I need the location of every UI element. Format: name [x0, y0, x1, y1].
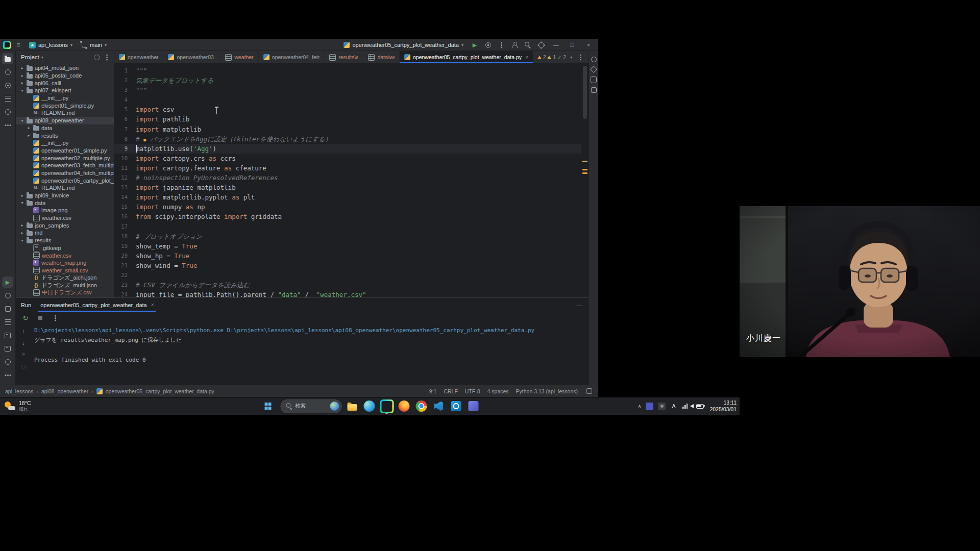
debug-button[interactable]: [483, 40, 493, 50]
editor-tab[interactable]: results\weather.csv: [325, 51, 363, 63]
chevron-down-icon[interactable]: ▾: [20, 201, 24, 205]
project-tree-item[interactable]: 中日ドラゴンズ.csv: [16, 289, 114, 297]
start-button[interactable]: [259, 399, 277, 413]
hidden-tabs-icon[interactable]: ▾: [570, 55, 572, 60]
editor-tab[interactable]: openweather02_multiple.py: [114, 51, 163, 63]
search-icon[interactable]: [2, 106, 13, 117]
weak-warning-stripe-mark[interactable]: [582, 161, 587, 162]
chevron-down-icon[interactable]: ▾: [20, 88, 24, 93]
clear-console-icon[interactable]: □: [19, 362, 28, 370]
project-tree-item[interactable]: ▸api04_metal_json: [16, 64, 114, 72]
tray-chevron-up-icon[interactable]: ∧: [638, 404, 642, 409]
python-console-icon[interactable]: [2, 330, 13, 341]
maximize-button[interactable]: □: [566, 40, 579, 50]
scroll-up-icon[interactable]: ↑: [19, 327, 28, 335]
terminal-icon[interactable]: [2, 343, 13, 354]
chevron-right-icon[interactable]: ▸: [20, 66, 24, 70]
notifications-icon[interactable]: [590, 55, 598, 63]
project-tree-item[interactable]: weather_small.csv: [16, 267, 114, 274]
firefox-icon[interactable]: [397, 399, 411, 413]
project-tree-item[interactable]: openweather03_fetch_multiple.py: [16, 162, 114, 169]
project-tree-item[interactable]: ▾data: [16, 199, 114, 207]
vscode-icon[interactable]: [432, 399, 446, 413]
project-tree-item[interactable]: M↓README.md: [16, 109, 114, 117]
chevron-down-icon[interactable]: ▾: [41, 55, 43, 60]
panel-options-icon[interactable]: [103, 53, 111, 61]
outlook-icon[interactable]: [449, 399, 463, 413]
teams-tray-icon[interactable]: [646, 403, 653, 410]
camera-tray-icon[interactable]: [658, 403, 666, 410]
scrollbar-thumb[interactable]: [583, 66, 587, 119]
pull-requests-icon[interactable]: [2, 80, 13, 91]
project-tree-item[interactable]: ▸data: [16, 124, 114, 132]
project-tree-item[interactable]: ▸md: [16, 229, 114, 237]
indent-style[interactable]: 4 spaces: [487, 388, 509, 394]
branch-widget[interactable]: main ▾: [79, 41, 110, 49]
chevron-right-icon[interactable]: ▸: [20, 73, 24, 78]
run-panel-title[interactable]: Run: [21, 302, 31, 308]
rerun-icon[interactable]: ↻: [21, 314, 30, 322]
pycharm-icon[interactable]: [380, 399, 394, 413]
scroll-down-icon[interactable]: ↓: [19, 339, 28, 347]
project-tree-item[interactable]: weather.csv: [16, 252, 114, 259]
minimize-button[interactable]: —: [549, 40, 562, 50]
soft-wrap-icon[interactable]: ≡: [19, 350, 28, 359]
chevron-right-icon[interactable]: ▸: [27, 133, 31, 138]
hide-panel-icon[interactable]: —: [575, 301, 583, 309]
project-tree-item[interactable]: ▸results: [16, 132, 114, 139]
project-tree-item[interactable]: ▸api09_invoice: [16, 192, 114, 199]
project-tree-item[interactable]: .gitkeep: [16, 244, 114, 252]
project-tree-item[interactable]: openweather01_simple.py: [16, 147, 114, 155]
project-tree-item[interactable]: openweather04_fetch_multiple_asyn: [16, 169, 114, 177]
editor-tab[interactable]: openweather05_cartpy_plot_weather_data.p…: [400, 51, 533, 63]
project-tree-item[interactable]: weather_map.png: [16, 259, 114, 267]
project-tree-item[interactable]: image.png: [16, 207, 114, 214]
line-separator[interactable]: CRLF: [444, 388, 457, 394]
editor-tab[interactable]: data\weather.csv: [363, 51, 400, 63]
project-tree-item[interactable]: __init__.py: [16, 94, 114, 102]
run-config-widget[interactable]: openweather05_cartpy_plot_weather_data ▾: [340, 41, 467, 49]
python-packages-icon[interactable]: [2, 316, 13, 328]
teams-icon[interactable]: [467, 399, 480, 413]
project-tree-item[interactable]: ekispert01_simple.py: [16, 102, 114, 109]
project-tree-item[interactable]: ▸api06_calil: [16, 79, 114, 87]
stop-icon[interactable]: [36, 314, 44, 322]
run-button[interactable]: ▶: [470, 40, 480, 50]
chevron-down-icon[interactable]: ▾: [20, 118, 24, 123]
project-tree-item[interactable]: weather.csv: [16, 214, 114, 222]
code-editor[interactable]: 123456789101112131415161718192021222324 …: [114, 64, 589, 297]
commit-icon[interactable]: [2, 66, 13, 78]
search-everywhere-icon[interactable]: [523, 40, 533, 50]
project-tree-item[interactable]: ▸api05_postal_code: [16, 72, 114, 80]
run-options-icon[interactable]: [51, 314, 59, 322]
weather-widget[interactable]: 18°C 晴れ: [4, 397, 31, 415]
project-widget[interactable]: A api_lessons ▾: [26, 41, 76, 49]
run-icon[interactable]: ▶: [2, 277, 13, 288]
code-with-me-icon[interactable]: [509, 40, 520, 50]
editor-tab[interactable]: openweather03_fetch_multiple.py: [163, 51, 220, 63]
warning-stripe-mark[interactable]: [582, 169, 587, 170]
python-interpreter[interactable]: Python 3.13 (api_lessons): [516, 388, 578, 394]
console-output[interactable]: D:\projects\lessons\api_lessons\.venv\Sc…: [31, 324, 589, 385]
chevron-down-icon[interactable]: ▾: [20, 238, 24, 243]
chevron-right-icon[interactable]: ▸: [27, 126, 31, 130]
project-tree-item[interactable]: openweather05_cartpy_plot_weathe: [16, 177, 114, 184]
chrome-icon[interactable]: [414, 399, 428, 413]
settings-icon[interactable]: [536, 40, 546, 50]
ai-assistant-icon[interactable]: [590, 65, 598, 73]
project-tree-item[interactable]: ▾api07_ekispert: [16, 87, 114, 94]
project-tree-item[interactable]: ▸json_samples: [16, 221, 114, 229]
project-tree-item[interactable]: openweather02_multiple.py: [16, 154, 114, 162]
run-tab[interactable]: openweather05_cartpy_plot_weather_data ×: [38, 298, 156, 312]
warning-stripe-mark[interactable]: [582, 172, 587, 174]
project-tree-item[interactable]: ▾results: [16, 237, 114, 244]
chevron-right-icon[interactable]: ▸: [20, 193, 24, 198]
breadcrumb-item[interactable]: api_lessons: [5, 388, 33, 394]
edge-icon[interactable]: [362, 399, 376, 413]
version-control-icon[interactable]: [2, 369, 13, 381]
project-icon[interactable]: [2, 53, 13, 64]
more-tool-windows-icon[interactable]: [2, 119, 13, 131]
debug-icon[interactable]: [2, 290, 13, 301]
database-icon[interactable]: [590, 76, 598, 84]
project-tree-item[interactable]: {}ドラゴンズ_multi.json: [16, 282, 114, 289]
